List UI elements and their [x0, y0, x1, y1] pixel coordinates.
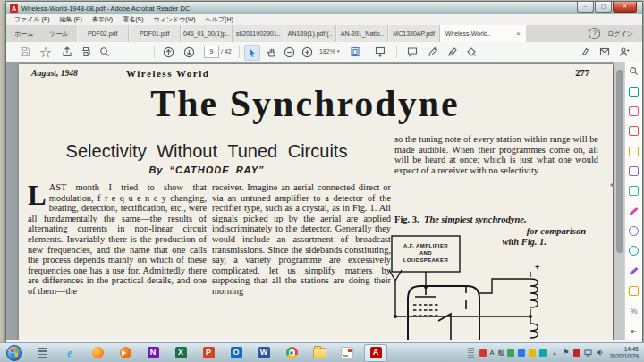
tray-icon-red[interactable] — [573, 349, 580, 357]
help-icon[interactable]: ? — [589, 28, 600, 39]
previous-page-icon[interactable] — [161, 45, 175, 59]
search-tool-icon[interactable] — [629, 66, 640, 76]
word-icon: W — [258, 347, 270, 358]
excel-icon: X — [175, 347, 187, 358]
save-icon[interactable] — [18, 45, 32, 59]
hand-tool-icon[interactable] — [264, 45, 278, 59]
internet-explorer-button[interactable]: e — [59, 345, 80, 361]
powerpoint-icon: P — [203, 347, 215, 358]
protect-icon[interactable] — [629, 226, 640, 236]
word-button[interactable]: W — [253, 345, 275, 361]
doc-tab[interactable]: MC1330AP.pdf — [388, 25, 440, 42]
expand-panel-icon[interactable]: ⇤ — [629, 326, 640, 336]
document-area: August, 1948 Wireless World 277 The Sync… — [6, 62, 642, 340]
comment-icon[interactable] — [405, 45, 419, 59]
system-tray: A 般 ▴ ⚑ 14:45 2020/10/29 — [468, 343, 642, 362]
start-button[interactable] — [4, 345, 25, 361]
ime-direct-indicator[interactable]: A — [490, 349, 495, 356]
doc-tab[interactable]: PDF01.pdf — [129, 25, 181, 42]
zoom-level-label[interactable]: 182% — [319, 48, 335, 55]
doc-tab[interactable]: 046_01_00(1)p.. — [181, 25, 233, 42]
media-player-button[interactable] — [114, 345, 136, 361]
annotate-stamp-icon[interactable] — [464, 45, 479, 59]
action-center-flag-icon[interactable]: ⚑ — [562, 349, 570, 357]
combine-files-icon[interactable] — [629, 166, 640, 176]
mail-button[interactable] — [336, 345, 358, 361]
doc-tab[interactable]: PDF02.pdf — [77, 25, 129, 42]
page-number-input[interactable]: 9 — [204, 46, 219, 58]
comment-tool-icon[interactable] — [629, 146, 640, 156]
network-icon[interactable] — [584, 349, 592, 357]
measure-tool-icon[interactable]: % — [629, 306, 640, 316]
chrome-button[interactable] — [281, 345, 302, 361]
star-icon[interactable]: ☆ — [38, 45, 53, 59]
tray-grip — [468, 348, 474, 358]
firefox-button[interactable] — [87, 345, 108, 361]
doc-tab-active[interactable]: Wireless-World.. × — [440, 25, 526, 42]
onenote-button[interactable]: N — [142, 345, 164, 361]
minimize-button[interactable]: – — [577, 2, 594, 13]
excel-button[interactable]: X — [170, 345, 191, 361]
fill-sign-pen-icon[interactable] — [445, 45, 460, 59]
powerpoint-button[interactable]: P — [198, 345, 219, 361]
share-upload-icon[interactable] — [60, 45, 74, 59]
tray-icon-blue[interactable] — [518, 349, 525, 357]
send-signature-icon[interactable] — [577, 45, 591, 59]
edit-pdf-icon[interactable] — [629, 126, 640, 136]
menu-file[interactable]: ファイル (F) — [14, 15, 50, 24]
acrobat-icon: A — [370, 347, 382, 358]
doc-tab[interactable]: AN-391_Natio.. — [336, 25, 388, 42]
acrobat-reader-button[interactable]: A — [364, 344, 387, 362]
volume-icon[interactable] — [596, 349, 604, 357]
close-button[interactable]: ✕ — [613, 2, 637, 13]
article-subtitle: Selectivity Without Tuned Circuits — [32, 141, 381, 161]
pencil-icon[interactable] — [426, 45, 440, 59]
tab-tools[interactable]: ツール — [41, 25, 76, 42]
create-pdf-icon[interactable] — [629, 106, 640, 116]
menu-window[interactable]: ウィンドウ(W) — [154, 15, 196, 24]
tray-icon-green[interactable] — [507, 349, 514, 357]
doc-tab[interactable]: AN189(1).pdf (.. — [284, 25, 336, 42]
search-icon[interactable] — [97, 45, 112, 59]
scrollbar-thumb[interactable] — [616, 70, 623, 253]
title-bar[interactable]: A Wireless-World-1948-08.pdf - Adobe Acr… — [6, 2, 642, 14]
tray-app-icon[interactable] — [479, 349, 487, 357]
task-list-button[interactable] — [31, 345, 53, 361]
organize-pages-icon[interactable] — [629, 186, 640, 196]
login-button[interactable]: ログイン — [607, 29, 633, 38]
clock-time: 14:45 — [609, 346, 639, 353]
acrobat-window: A Wireless-World-1948-08.pdf - Adobe Acr… — [5, 1, 643, 345]
acrobat-app-icon: A — [10, 4, 18, 13]
explorer-button[interactable] — [309, 345, 330, 361]
select-tool-icon[interactable] — [244, 45, 260, 61]
fit-width-icon[interactable] — [373, 45, 387, 59]
ime-mode-indicator[interactable]: 般 — [497, 349, 504, 358]
export-pdf-icon[interactable] — [629, 86, 640, 96]
add-user-icon[interactable] — [617, 45, 631, 59]
fit-page-icon[interactable] — [348, 45, 362, 59]
zoom-out-icon[interactable] — [282, 45, 296, 59]
maximize-button[interactable]: ▢ — [595, 2, 612, 13]
fill-and-sign-icon[interactable] — [629, 206, 640, 216]
menu-help[interactable]: ヘルプ(H) — [206, 15, 233, 24]
tray-icon-yellow[interactable] — [529, 349, 536, 357]
stamp-tool-icon[interactable] — [629, 286, 640, 296]
issue-date: August, 1948 — [31, 69, 78, 78]
tab-close-icon[interactable]: × — [516, 29, 521, 38]
doc-tab[interactable]: s62011902901.. — [233, 25, 284, 42]
tab-home[interactable]: ホーム — [6, 25, 41, 42]
next-page-icon[interactable] — [182, 45, 196, 59]
menu-edit[interactable]: 編集 (E) — [60, 15, 82, 24]
taskbar-clock[interactable]: 14:45 2020/10/29 — [607, 346, 642, 359]
compress-pdf-icon[interactable] — [629, 246, 640, 256]
email-icon[interactable] — [597, 45, 612, 59]
zoom-in-icon[interactable] — [300, 45, 314, 59]
menu-view[interactable]: 表示(V) — [92, 15, 113, 24]
print-icon[interactable] — [79, 45, 93, 59]
menu-sign[interactable]: 署名(S) — [123, 15, 143, 24]
show-hidden-icons-arrow[interactable]: ▴ — [550, 349, 558, 356]
certificates-icon[interactable] — [629, 266, 640, 276]
zoom-caret-icon[interactable]: ▾ — [337, 48, 340, 54]
tray-icon-teal[interactable] — [539, 349, 547, 357]
outlook-button[interactable]: O — [225, 345, 247, 361]
